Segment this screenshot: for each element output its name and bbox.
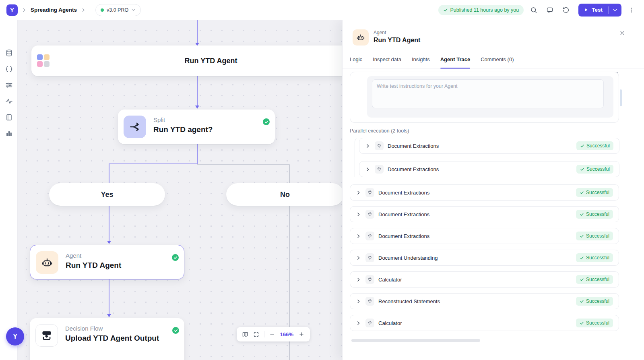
bar-chart-icon[interactable] [4,129,13,138]
test-instructions-card [350,72,619,123]
trace-horizontal-scrollbar[interactable] [351,339,480,342]
trace-row[interactable]: Calculator Successful [350,271,619,288]
chevron-right-icon[interactable] [356,255,362,261]
node-split[interactable]: Split Run YTD agent? [118,110,275,144]
tab[interactable]: Agent Trace [440,56,470,68]
trace-row-label: Calculator [378,277,402,283]
sliders-icon[interactable] [4,81,13,89]
trace-row-label: Document Extractions [388,143,439,149]
version-selector[interactable]: v3.0 PRO [95,4,141,16]
breadcrumb[interactable]: Spreading Agents [31,7,77,13]
success-check-icon [172,254,179,261]
panel-scrollbar[interactable] [620,89,622,106]
chevron-right-icon[interactable] [365,167,372,172]
trace-row[interactable]: Document Extractions Successful [350,228,619,244]
trace-row-label: Document Extractions [388,166,439,172]
activity-icon[interactable] [4,97,13,106]
node-run-ytd-agent-group[interactable]: Run YTD Agent [31,46,358,76]
history-button[interactable] [560,4,572,16]
left-rail [0,20,18,360]
panel-header: Agent Run YTD Agent [353,29,420,46]
avatar[interactable]: Y [6,327,24,346]
node-title: Upload YTD Agent Output [65,334,159,343]
fit-view-button[interactable] [252,329,261,339]
trace-row[interactable]: Document Extractions Successful [350,206,619,222]
trace-row[interactable]: Calculator Successful [350,315,619,331]
grid-icon [37,54,50,67]
notebook-icon[interactable] [4,113,13,122]
chevron-down-icon [131,8,136,12]
branch-label: Yes [101,190,113,199]
test-options-button[interactable] [609,4,621,17]
chevron-right-icon[interactable] [356,234,362,239]
chevron-right-icon[interactable] [356,212,362,217]
tab[interactable]: Insights [412,56,430,68]
status-text: Successful [586,255,609,261]
status-text: Successful [586,166,610,172]
status-badge: Successful [576,232,613,240]
robot-icon [353,29,369,46]
minimap-button[interactable] [241,329,250,339]
decision-flow-icon [35,324,58,347]
chevron-right-icon[interactable] [356,299,362,304]
zoom-in-button[interactable] [297,329,306,339]
tool-icon [375,141,384,150]
trace-row-label: Document Extractions [378,211,429,217]
agent-trace-panel: Agent Run YTD Agent LogicInspect dataIns… [342,20,644,360]
node-type-label: Split [153,116,213,123]
chevron-right-icon[interactable] [365,143,372,149]
canvas-toolbar: 166% [237,327,310,341]
node-title: Run YTD agent? [153,125,213,134]
comments-button[interactable] [544,4,556,16]
trace-row[interactable]: Document Extractions Successful [359,138,619,154]
success-check-icon [172,327,179,334]
branch-yes[interactable]: Yes [49,183,165,206]
trace-row[interactable]: Document Extractions Successful [350,184,619,201]
trace-row-label: Document Extractions [378,190,429,196]
kebab-menu-button[interactable] [625,4,638,16]
tab[interactable]: Inspect data [373,56,401,68]
chevron-right-icon[interactable] [356,277,362,282]
parallel-execution-label: Parallel execution (2 tools) [350,128,409,134]
trace-row[interactable]: Document Extractions Successful [359,161,619,177]
tab[interactable]: Logic [350,56,362,68]
tool-icon [365,275,374,284]
zoom-out-button[interactable] [268,329,277,339]
test-instructions-input[interactable] [372,79,604,108]
tool-icon [375,165,384,174]
panel-title: Run YTD Agent [374,37,420,44]
version-status-dot [101,8,104,12]
status-text: Successful [586,320,609,326]
trace-row[interactable]: Document Understanding Successful [350,250,619,266]
tool-icon [365,253,374,262]
parallel-group: Document Extractions Successful Document… [355,138,619,177]
published-text: Published 11 hours ago by you [450,7,519,13]
status-badge: Successful [576,275,613,284]
chevron-right-icon[interactable] [356,321,362,326]
database-icon[interactable] [4,48,13,57]
tab[interactable]: Comments (0) [481,56,514,68]
node-agent[interactable]: Agent Run YTD Agent [30,245,184,279]
logo-icon[interactable]: Y [6,4,18,16]
node-decision-flow[interactable]: Decision Flow Upload YTD Agent Output [30,318,184,360]
chevron-right-icon[interactable] [356,190,362,195]
play-icon [584,8,588,12]
zoom-level[interactable]: 166% [279,331,295,337]
app-root: Run YTD Agent Split Run YTD agent? [0,0,644,360]
tool-icon [365,297,374,306]
trace-row-label: Calculator [378,320,402,326]
chevron-right-icon [22,8,27,12]
chevron-down-icon [613,8,617,12]
test-button[interactable]: Test [578,4,608,17]
trace-row[interactable]: Reconstructed Statements Successful [350,293,619,309]
check-icon [443,8,448,12]
code-braces-icon[interactable] [4,64,13,73]
tool-icon [365,210,374,219]
status-text: Successful [586,277,609,282]
close-icon[interactable] [618,29,626,37]
search-button[interactable] [528,4,540,16]
status-text: Successful [586,190,609,195]
status-text: Successful [586,143,610,149]
success-check-icon [263,118,270,125]
branch-no[interactable]: No [226,183,344,206]
